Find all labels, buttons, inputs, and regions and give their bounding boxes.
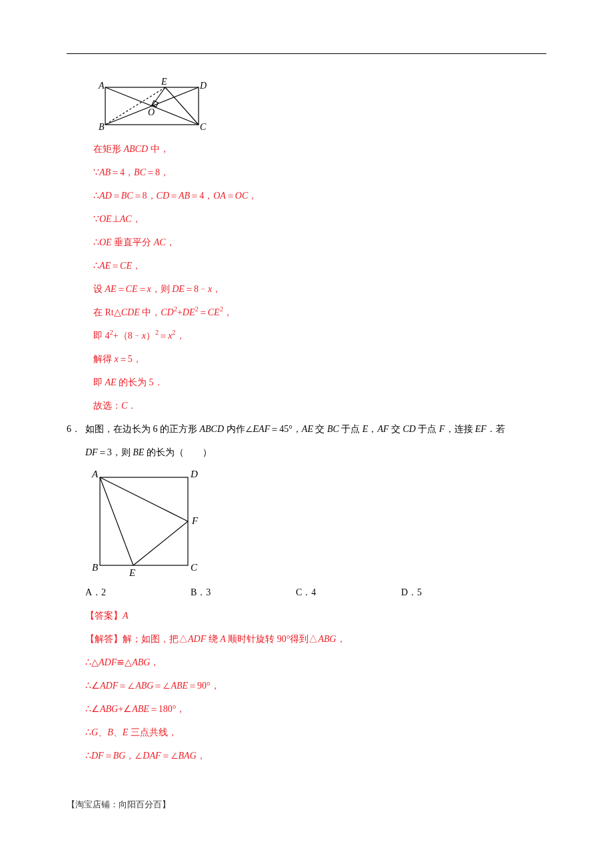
svg-line-14 [100, 477, 133, 565]
choice-a: A．2 [85, 581, 191, 604]
svg-line-3 [165, 87, 199, 125]
sol5-line: ∵OE⊥AC， [93, 207, 533, 231]
svg-text:B: B [92, 562, 98, 573]
sol6-line: ∴∠ADF＝∠ABG＝∠ABE＝90°， [85, 674, 546, 697]
svg-text:A: A [91, 469, 99, 479]
footer-note: 【淘宝店铺：向阳百分百】 [67, 794, 533, 816]
sol6-line: ∴DF＝BG，∠DAF＝∠BAG， [85, 744, 546, 767]
svg-text:D: D [190, 469, 198, 479]
svg-text:C: C [191, 562, 198, 573]
svg-rect-13 [100, 477, 188, 565]
svg-text:F: F [191, 515, 199, 526]
sol5-line: 设 AE＝CE＝x，则 DE＝8﹣x， [93, 277, 533, 301]
svg-line-16 [133, 521, 188, 565]
sol5-line: 解得 x＝5， [93, 347, 533, 371]
sol6-line: ∴△ADF≌△ABG， [85, 651, 546, 674]
sol5-line: ∴AD＝BC＝8，CD＝AB＝4，OA＝OC， [93, 184, 533, 207]
svg-text:O: O [148, 107, 155, 117]
question-line2: DF＝3，则 BE 的长为（ ） [85, 441, 546, 464]
sol6-line: ∴∠ABG+∠ABE＝180°， [85, 697, 546, 721]
sol5-line: 即 AE 的长为 5． [93, 371, 533, 394]
svg-text:B: B [99, 122, 105, 132]
sol5-line: 故选：C． [93, 394, 533, 417]
svg-text:D: D [199, 81, 207, 91]
sol6-line: 【解答】解；如图，把△ADF 绕 A 顺时针旋转 90°得到△ABG， [85, 627, 546, 651]
svg-text:A: A [98, 81, 105, 91]
choice-b: B．3 [191, 581, 296, 604]
choice-d: D．5 [401, 581, 506, 604]
svg-line-15 [100, 477, 188, 521]
horizontal-rule [67, 53, 546, 54]
diagram-5: A B C D E O [93, 74, 533, 137]
choice-c: C．4 [296, 581, 401, 604]
sol5-line: ∴OE 垂直平分 AC， [93, 231, 533, 254]
sol5-line: 在 Rt△CDE 中，CD2+DE2＝CE2， [93, 301, 533, 324]
sol6-line: 【答案】A [85, 604, 546, 627]
choice-row: A．2 B．3 C．4 D．5 [85, 581, 533, 604]
svg-text:E: E [161, 77, 167, 87]
question-line1: 如图，在边长为 6 的正方形 ABCD 内作∠EAF＝45°，AE 交 BC 于… [85, 417, 505, 441]
diagram-6: A B C D E F [85, 464, 546, 581]
question-number: 6． [67, 417, 85, 441]
sol6-line: ∴G、B、E 三点共线， [85, 721, 546, 744]
sol5-line: 即 42+（8﹣x）2＝x2， [93, 324, 533, 347]
svg-text:C: C [200, 122, 207, 132]
sol5-line: 在矩形 ABCD 中， [93, 137, 533, 161]
question-6-text: 6． 如图，在边长为 6 的正方形 ABCD 内作∠EAF＝45°，AE 交 B… [67, 417, 546, 464]
sol5-line: ∵AB＝4，BC＝8， [93, 161, 533, 184]
svg-text:E: E [129, 567, 135, 578]
sol5-line: ∴AE＝CE， [93, 254, 533, 277]
